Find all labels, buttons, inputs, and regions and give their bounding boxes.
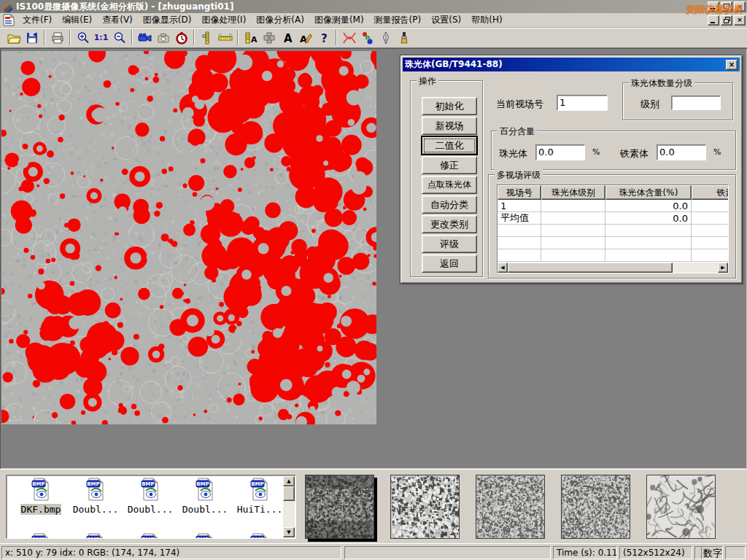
dialog-title-bar[interactable]: 珠光体(GB/T9441-88) ×	[403, 58, 740, 71]
table-row[interactable]: 1 0.0	[498, 200, 729, 212]
menu-image-display[interactable]: 图像显示(D)	[138, 12, 197, 28]
phase-particles-icon[interactable]: 3	[358, 29, 376, 46]
pen-icon[interactable]	[376, 29, 395, 46]
window-title: IS100显微摄像系统(金相分析版) - [zhuguangti01]	[16, 1, 233, 13]
toolbar-separator	[44, 30, 45, 45]
bmp-file-icon: BMP	[141, 477, 160, 502]
menu-report[interactable]: 测量报告(P)	[369, 12, 427, 28]
file-list-vscrollbar[interactable]: ▲ ▼	[283, 476, 295, 537]
menu-settings[interactable]: 设置(S)	[426, 12, 466, 28]
list-item[interactable]: BMP HuiTi...	[234, 477, 285, 515]
ruler-icon[interactable]	[216, 29, 234, 46]
auto-classify-button[interactable]: 自动分类	[422, 195, 477, 214]
status-spacer	[344, 546, 551, 559]
pick-pearlite-button[interactable]: 点取珠光体	[422, 176, 477, 194]
ferrite-percent-input[interactable]: 0.0	[657, 144, 706, 160]
save-icon[interactable]	[23, 29, 41, 46]
zoom-in-icon[interactable]	[74, 29, 92, 46]
list-item[interactable]: BMP	[70, 532, 121, 539]
list-item[interactable]: BMP	[125, 532, 176, 539]
print-icon[interactable]	[48, 29, 66, 46]
change-class-button[interactable]: 更改类别	[422, 215, 477, 233]
measure-text-icon[interactable]: A	[241, 29, 260, 46]
init-button[interactable]: 初始化	[422, 97, 477, 115]
spline-curve-icon[interactable]	[340, 29, 358, 46]
level-input[interactable]	[671, 96, 721, 110]
text-icon[interactable]: A	[278, 29, 296, 46]
caliper-icon[interactable]	[198, 29, 216, 46]
rate-button[interactable]: 评级	[422, 235, 477, 253]
pearlite-percent-input[interactable]: 0.0	[535, 144, 585, 160]
help-icon[interactable]: ?	[314, 29, 333, 46]
file-name[interactable]: Doubl...	[127, 504, 174, 515]
svg-text:BMP: BMP	[196, 481, 209, 487]
mdi-restore-icon[interactable]	[721, 15, 732, 26]
table-hscrollbar[interactable]: ◀ ▶	[498, 262, 728, 273]
video-camera-icon[interactable]	[136, 29, 154, 46]
scroll-up-icon[interactable]: ▲	[283, 476, 295, 486]
new-field-button[interactable]: 新视场	[422, 117, 477, 135]
file-name[interactable]: HuiTi...	[236, 504, 284, 515]
list-item[interactable]: BMP Doubl...	[179, 477, 231, 515]
micrograph-image[interactable]	[1, 51, 376, 424]
open-icon[interactable]	[4, 29, 23, 46]
scroll-down-icon[interactable]: ▼	[283, 527, 295, 537]
col-header-grade[interactable]: 珠光体级别	[541, 185, 605, 200]
image-merge-icon[interactable]	[260, 29, 278, 46]
thumbnail-3[interactable]	[476, 475, 545, 539]
current-view-input[interactable]: 1	[557, 95, 608, 111]
menu-help[interactable]: 帮助(H)	[466, 12, 507, 28]
list-item[interactable]: BMP DKF.bmp	[15, 477, 66, 515]
file-list[interactable]: BMP DKF.bmp BMP Doubl... BMP Doubl... BM…	[6, 475, 296, 539]
hscroll-thumb[interactable]	[508, 262, 673, 273]
list-item[interactable]: BMP	[179, 532, 231, 539]
menu-image-analysis[interactable]: 图像分析(A)	[251, 12, 309, 28]
binarize-button[interactable]: 二值化	[422, 136, 477, 155]
menu-image-process[interactable]: 图像处理(I)	[196, 12, 251, 28]
annotate-icon[interactable]: A	[296, 29, 314, 46]
menu-edit[interactable]: 编辑(E)	[57, 12, 97, 28]
dialog-close-icon[interactable]: ×	[726, 60, 738, 70]
actual-size-icon[interactable]: 1:1	[92, 29, 110, 46]
correct-button[interactable]: 修正	[422, 156, 477, 174]
mdi-close-icon[interactable]: ×	[734, 15, 746, 26]
scroll-left-icon[interactable]: ◀	[498, 262, 508, 273]
list-item[interactable]: BMP Doubl...	[125, 477, 176, 515]
vscroll-thumb[interactable]	[283, 486, 295, 501]
brush-icon[interactable]	[395, 29, 413, 46]
minimize-icon[interactable]	[708, 1, 719, 12]
list-item[interactable]: BMP	[15, 532, 66, 539]
timer-icon[interactable]	[172, 29, 190, 46]
document-icon[interactable]	[2, 14, 15, 26]
file-name[interactable]: DKF.bmp	[20, 504, 62, 515]
thumbnail-2[interactable]	[390, 475, 460, 539]
snapshot-icon[interactable]	[154, 29, 172, 46]
pearlite-label: 珠光体	[499, 147, 527, 160]
menu-view[interactable]: 查看(V)	[97, 12, 138, 28]
svg-text:BMP: BMP	[87, 537, 99, 539]
maximize-icon[interactable]	[721, 1, 732, 12]
thumbnail-1[interactable]	[305, 475, 374, 539]
scroll-right-icon[interactable]: ▶	[718, 262, 728, 273]
col-header-field[interactable]: 视场号	[498, 185, 541, 200]
col-header-pearlite[interactable]: 珠光体含量(%)	[605, 185, 692, 200]
menu-image-measure[interactable]: 图像测量(M)	[309, 12, 369, 28]
menu-file[interactable]: 文件(F)	[18, 12, 57, 28]
return-button[interactable]: 返回	[422, 254, 477, 273]
zoom-out-icon[interactable]	[110, 29, 128, 46]
thumbnail-5[interactable]	[646, 475, 716, 539]
pearlite-dialog[interactable]: 珠光体(GB/T9441-88) × 操作 初始化 新视场 二值化 修正 点取珠…	[400, 55, 743, 284]
col-header-ferrite[interactable]: 铁素体含量(%)	[692, 185, 729, 200]
file-name[interactable]: Doubl...	[72, 504, 120, 515]
mdi-minimize-icon[interactable]	[708, 15, 719, 26]
list-item[interactable]: BMP Doubl...	[70, 477, 121, 515]
file-browser-panel: BMP DKF.bmp BMP Doubl... BMP Doubl... BM…	[0, 469, 747, 543]
table-row[interactable]: 平均值 0.0	[498, 212, 729, 225]
thumbnail-4[interactable]	[561, 475, 630, 539]
multi-view-table[interactable]: 视场号 珠光体级别 珠光体含量(%) 铁素体含量(%) 1 0.0 平均值 0.…	[497, 184, 729, 273]
list-item[interactable]: BMP	[234, 532, 285, 539]
mode-field: 数字	[701, 546, 723, 559]
cell-pearlite: 0.0	[605, 212, 692, 225]
file-name[interactable]: Doubl...	[182, 504, 229, 515]
close-icon[interactable]: ×	[734, 1, 746, 12]
